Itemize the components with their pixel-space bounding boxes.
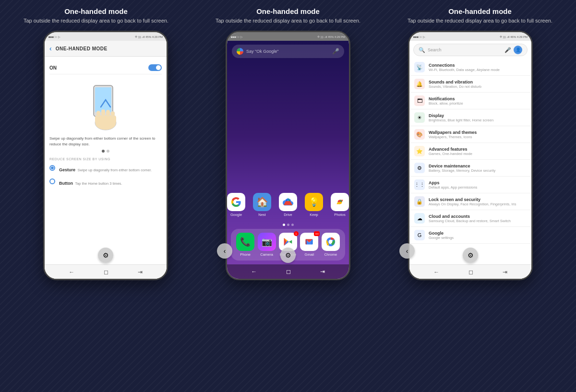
drive-icon: [279, 193, 297, 211]
search-placeholder-text: Search: [428, 48, 502, 52]
phone3-content: 🔍 Search 🎤 👤 📡 Connections Wi-Fi, Blueto…: [409, 41, 531, 279]
gesture-option[interactable]: Gesture Swipe up diagonally from either …: [49, 165, 162, 173]
lockscreen-text: Lock screen and security Always On Displ…: [429, 197, 516, 206]
connections-text: Connections Wi-Fi, Bluetooth, Data usage…: [429, 63, 500, 72]
app-gmail[interactable]: 999 Gmail: [300, 233, 318, 257]
phone2-nav-back[interactable]: ←: [251, 268, 257, 275]
nav-home-icon[interactable]: ◻: [104, 269, 108, 275]
gesture-radio[interactable]: [49, 165, 55, 171]
gmail-badge: 999: [314, 231, 320, 236]
phone-3-wrapper: ■■■□○ ▷ ※ ))) .ıll 46% 4:29 PM 🔍 Search …: [408, 31, 533, 280]
settings-apps[interactable]: ⋮⋮ Apps Default apps, App permissions: [409, 177, 531, 193]
wallpapers-icon: 🎨: [414, 129, 425, 140]
settings-connections[interactable]: 📡 Connections Wi-Fi, Bluetooth, Data usa…: [409, 59, 531, 76]
app-nest[interactable]: 🏠 Nest: [253, 193, 271, 217]
section-label: REDUCE SCREEN SIZE BY USING: [49, 157, 162, 161]
notifications-sub: Block, allow, prioritize: [429, 101, 463, 106]
app-camera[interactable]: 📷 Camera: [258, 233, 276, 257]
phone2-nav-recent[interactable]: ⇥: [320, 268, 325, 275]
header-sub-2: Tap outside the reduced display area to …: [216, 17, 360, 24]
nav-back-icon[interactable]: ←: [69, 269, 74, 275]
photos-label: Photos: [334, 213, 345, 217]
hand-phone-svg: [84, 81, 127, 133]
sounds-title: Sounds and vibration: [429, 80, 481, 84]
header-title-1: One-handed mode: [64, 7, 128, 15]
app-google[interactable]: Google: [227, 193, 245, 217]
display-sub: Brightness, Blue light filter, Home scre…: [429, 118, 493, 122]
svg-rect-6: [106, 110, 110, 116]
settings-lockscreen[interactable]: 🔒 Lock screen and security Always On Dis…: [409, 193, 531, 210]
page-dots: [49, 150, 162, 153]
wallpapers-title: Wallpapers and themes: [429, 130, 477, 135]
top-header: One-handed mode Tap outside the reduced …: [0, 0, 576, 31]
google-icon: [227, 193, 245, 211]
apps-icon: ⋮⋮: [414, 179, 425, 190]
phone-hand-illustration: [49, 78, 162, 136]
device-text: Device maintenance Battery, Storage, Mem…: [429, 164, 495, 173]
settings-advanced[interactable]: ⭐ Advanced features Games, One-handed mo…: [409, 143, 531, 160]
svg-rect-7: [111, 111, 115, 116]
settings-google[interactable]: G Google Google settings: [409, 227, 531, 244]
phone3-nav-home[interactable]: ◻: [468, 269, 473, 275]
app-chrome[interactable]: Chrome: [322, 233, 340, 257]
settings-gear-button[interactable]: ⚙: [98, 248, 113, 263]
settings-sounds[interactable]: 🔔 Sounds and vibration Sounds, Vibration…: [409, 76, 531, 93]
svg-rect-5: [101, 109, 105, 116]
display-title: Display: [429, 113, 493, 118]
settings-wallpapers[interactable]: 🎨 Wallpapers and themes Wallpapers, Them…: [409, 126, 531, 143]
nav-recent-icon[interactable]: ⇥: [138, 269, 143, 275]
google-label: Google: [230, 213, 242, 217]
phones-container: ■■■□○ ▷ ※ ))) .ıll 45% 4:29 PM ‹ ONE-HAN…: [0, 31, 576, 392]
lockscreen-title: Lock screen and security: [429, 197, 516, 202]
google-settings-text: Google Google settings: [429, 231, 454, 240]
drive-label: Drive: [284, 213, 292, 217]
keep-icon: 💡: [305, 193, 323, 211]
app-drive[interactable]: Drive: [279, 193, 297, 217]
google-g-logo: [237, 48, 243, 55]
back-button[interactable]: ‹: [49, 45, 52, 52]
app-photos[interactable]: Photos: [331, 193, 349, 217]
settings-search-bar[interactable]: 🔍 Search 🎤 👤: [413, 44, 528, 56]
settings-display[interactable]: ☀ Display Brightness, Blue light filter,…: [409, 109, 531, 126]
phone1-status-bar: ■■■□○ ▷ ※ ))) .ıll 45% 4:29 PM: [45, 32, 167, 41]
phone2-content: Say "Ok Google" 🎤 Google 🏠 Nest: [227, 41, 349, 279]
dot-1: [102, 150, 105, 153]
phone3-status-bar: ■■■□○ ▷ ※ ))) .ıll 46% 4:29 PM: [409, 32, 531, 41]
connections-icon: 📡: [414, 62, 425, 72]
phone3-nav-recent[interactable]: ⇥: [503, 269, 507, 275]
settings-cloud[interactable]: ☁ Cloud and accounts Samsung Cloud, Back…: [409, 210, 531, 227]
phone2-status-bar: ■■■□○ ▷ ※ ))) .ıll 45% 4:29 PM: [227, 32, 349, 41]
phone1-status-right: ※ ))) .ıll 45% 4:29 PM: [135, 35, 163, 38]
toggle-row: ON: [49, 61, 162, 74]
phone2-nav-home[interactable]: ◻: [286, 268, 291, 275]
svg-marker-14: [289, 240, 292, 244]
header-sub-1: Tap outside the reduced display area to …: [24, 17, 168, 24]
notifications-icon: 🗔: [414, 95, 425, 106]
toggle-switch[interactable]: [148, 64, 162, 71]
gesture-sub: Swipe up diagonally from either bottom c…: [77, 168, 152, 172]
app-keep[interactable]: 💡 Keep: [305, 193, 323, 217]
button-option[interactable]: Button Tap the Home button 3 times.: [49, 178, 162, 187]
mic-icon[interactable]: 🎤: [332, 48, 339, 55]
phone3-status-right: ※ ))) .ıll 46% 4:29 PM: [500, 35, 528, 38]
settings-device[interactable]: ⚙ Device maintenance Battery, Storage, M…: [409, 160, 531, 177]
phone3-nav-back[interactable]: ←: [433, 269, 439, 275]
chrome-label: Chrome: [324, 252, 337, 257]
phone3-settings-button[interactable]: ⚙: [463, 248, 478, 263]
app-phone[interactable]: 📞 Phone: [236, 233, 254, 257]
phone2-settings-button[interactable]: ⚙: [280, 248, 296, 263]
header-section-3: One-handed mode Tap outside the reduced …: [384, 5, 576, 27]
advanced-text: Advanced features Games, One-handed mode: [429, 147, 472, 156]
gmail-label: Gmail: [305, 252, 314, 257]
phone1-screen-title: ONE-HANDED MODE: [56, 46, 108, 51]
search-mic-icon[interactable]: 🎤: [504, 47, 511, 53]
google-settings-title: Google: [429, 231, 454, 236]
svg-rect-4: [96, 111, 100, 117]
user-avatar[interactable]: 👤: [514, 46, 522, 54]
google-search-bar[interactable]: Say "Ok Google" 🎤: [232, 45, 344, 58]
header-title-3: One-handed mode: [448, 7, 512, 15]
phone1-header: ‹ ONE-HANDED MODE: [45, 41, 167, 57]
button-radio[interactable]: [49, 178, 55, 184]
settings-notifications[interactable]: 🗔 Notifications Block, allow, prioritize: [409, 93, 531, 109]
advanced-title: Advanced features: [429, 147, 472, 152]
